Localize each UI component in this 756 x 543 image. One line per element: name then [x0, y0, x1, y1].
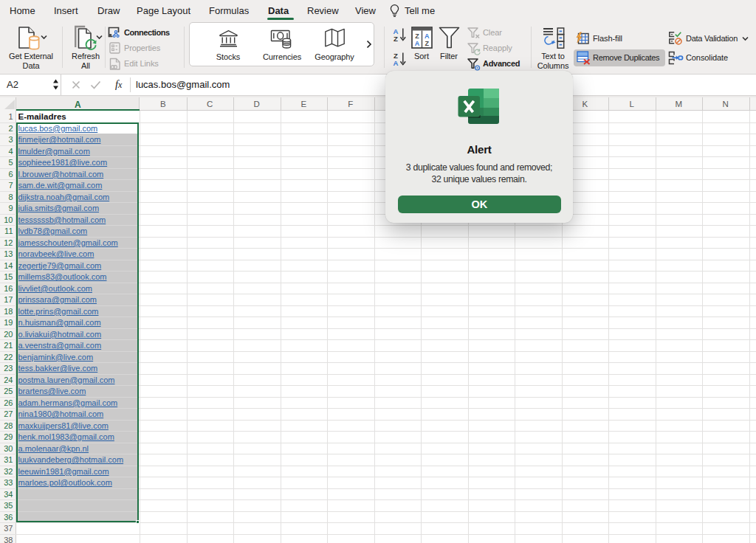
svg-text:A: A — [425, 32, 430, 40]
svg-text:Z: Z — [394, 35, 398, 42]
svg-text:Z: Z — [415, 32, 419, 40]
svg-text:Z: Z — [425, 40, 430, 47]
svg-text:A: A — [394, 59, 399, 66]
svg-text:A: A — [415, 40, 420, 47]
